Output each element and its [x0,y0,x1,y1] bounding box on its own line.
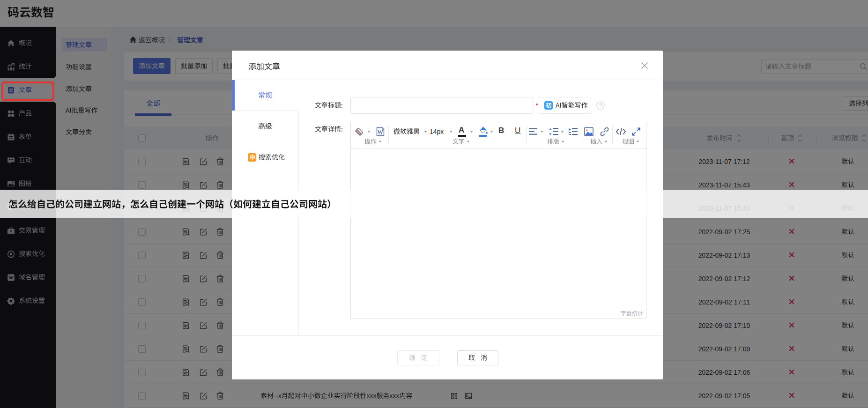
svg-text:?: ? [599,103,602,108]
